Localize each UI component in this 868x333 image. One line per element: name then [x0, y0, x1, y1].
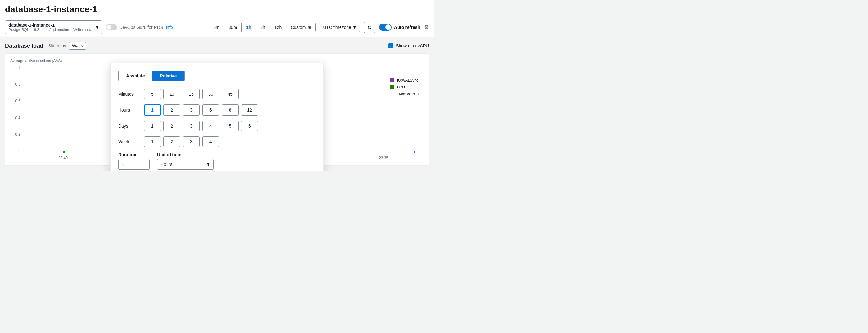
minutes-cells: 5 10 15 30 45	[144, 89, 239, 99]
time-range-modal: Absolute Relative Minutes 5 10 15 30 45 …	[111, 63, 323, 171]
duration-label: Duration	[118, 152, 150, 157]
hours-1[interactable]: 1	[144, 104, 161, 116]
days-2[interactable]: 2	[163, 121, 180, 131]
hours-label: Hours	[118, 108, 140, 113]
hours-2[interactable]: 2	[163, 104, 180, 116]
days-3[interactable]: 3	[183, 121, 200, 131]
days-5[interactable]: 5	[222, 121, 239, 131]
page-title: database-1-instance-1	[0, 0, 434, 18]
duration-input[interactable]	[118, 159, 150, 170]
duration-unit-row: Duration Up to 4 digits. Unit of time Mi…	[118, 152, 316, 171]
days-row: Days 1 2 3 4 5 6	[118, 121, 316, 131]
hours-cells: 1 2 3 6 8 12	[144, 104, 258, 116]
weeks-2[interactable]: 2	[163, 137, 180, 147]
hours-3[interactable]: 3	[183, 104, 200, 116]
days-label: Days	[118, 124, 140, 128]
unit-select-wrapper: Minutes Hours Days Weeks ▼	[157, 159, 214, 170]
unit-field: Unit of time Minutes Hours Days Weeks ▼	[157, 152, 214, 170]
weeks-label: Weeks	[118, 139, 140, 144]
tab-bar: Absolute Relative	[118, 70, 185, 81]
days-1[interactable]: 1	[144, 121, 161, 131]
minutes-label: Minutes	[118, 92, 140, 97]
modal-overlay: Absolute Relative Minutes 5 10 15 30 45 …	[0, 25, 434, 171]
hours-8[interactable]: 8	[222, 104, 239, 116]
hours-12[interactable]: 12	[241, 104, 258, 116]
minutes-30[interactable]: 30	[202, 89, 219, 99]
weeks-cells: 1 2 3 4	[144, 137, 219, 147]
weeks-row: Weeks 1 2 3 4	[118, 137, 316, 147]
minutes-45[interactable]: 45	[222, 89, 239, 99]
tab-absolute[interactable]: Absolute	[119, 71, 152, 81]
days-4[interactable]: 4	[202, 121, 219, 131]
page-wrapper: database-1-instance-1 database-1-instanc…	[0, 0, 434, 171]
unit-select[interactable]: Minutes Hours Days Weeks	[157, 159, 214, 170]
hours-6[interactable]: 6	[202, 104, 219, 116]
minutes-15[interactable]: 15	[183, 89, 200, 99]
duration-field: Duration Up to 4 digits.	[118, 152, 150, 171]
days-6[interactable]: 6	[241, 121, 258, 131]
minutes-5[interactable]: 5	[144, 89, 161, 99]
weeks-1[interactable]: 1	[144, 137, 161, 147]
weeks-4[interactable]: 4	[202, 137, 219, 147]
minutes-row: Minutes 5 10 15 30 45	[118, 89, 316, 99]
tab-relative[interactable]: Relative	[152, 71, 184, 81]
hours-row: Hours 1 2 3 6 8 12	[118, 104, 316, 116]
days-cells: 1 2 3 4 5 6	[144, 121, 258, 131]
weeks-3[interactable]: 3	[183, 137, 200, 147]
minutes-10[interactable]: 10	[163, 89, 180, 99]
unit-label: Unit of time	[157, 152, 214, 157]
